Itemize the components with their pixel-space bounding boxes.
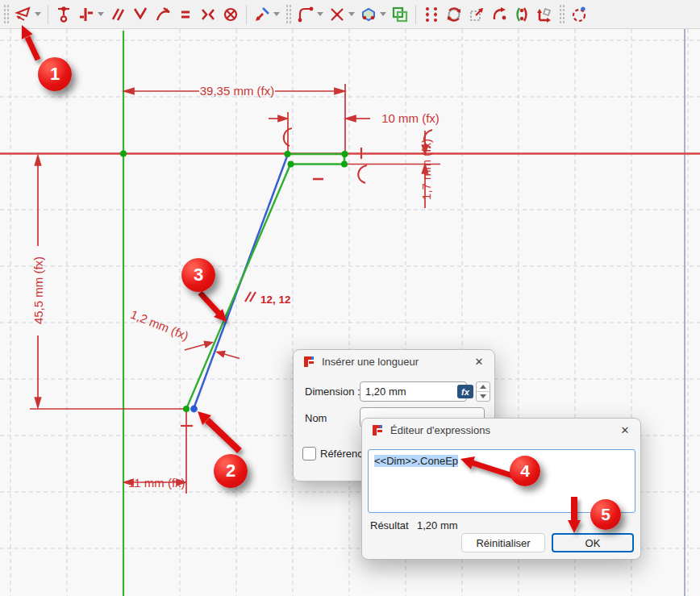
selected-endpoint[interactable]: [190, 406, 198, 413]
constraint-coincident-button[interactable]: [52, 3, 75, 26]
toggle-driving-constraint-button[interactable]: [251, 3, 273, 26]
toolbar-grip[interactable]: [285, 4, 291, 25]
constraint-perpendicular-button[interactable]: [129, 3, 152, 26]
constraint-equal-button[interactable]: [174, 3, 197, 26]
close-icon[interactable]: ✕: [472, 356, 486, 368]
freecad-logo-icon: [303, 356, 315, 368]
expression-editor-dialog: Éditeur d'expressions ✕ <<Dim>>.ConeEp R…: [361, 418, 641, 560]
toolbar-separator: [415, 5, 416, 24]
trim-button[interactable]: [326, 3, 348, 26]
parallel-constraint-ids[interactable]: 12, 12: [260, 294, 291, 306]
spinner-up-icon[interactable]: [477, 382, 490, 392]
dim-label-45-5[interactable]: 45,5 mm (fx): [31, 256, 45, 324]
callout-badge-1: 1: [38, 57, 72, 91]
external-geometry-button[interactable]: [357, 3, 380, 26]
constraint-block-button[interactable]: [219, 3, 242, 26]
expression-editor-titlebar[interactable]: Éditeur d'expressions ✕: [362, 419, 640, 441]
constraint-vertical-caret[interactable]: [98, 12, 104, 16]
dimension-value-text: 1,20 mm: [365, 386, 406, 398]
constraint-vertical-button[interactable]: [75, 3, 98, 26]
reference-checkbox[interactable]: [302, 447, 316, 461]
fillet-caret[interactable]: [317, 12, 323, 16]
expression-editor-title: Éditeur d'expressions: [390, 424, 618, 436]
insert-length-title: Insérer une longueur: [322, 356, 472, 368]
freecad-logo-icon: [372, 424, 384, 436]
scale-button[interactable]: [465, 3, 488, 26]
freecad-sketcher-window: 39,35 mm (fx) 10 mm (fx) 1,7 mm (fx) 45,…: [0, 0, 700, 596]
callout-badge-4: 4: [510, 456, 540, 486]
dim-label-1-2[interactable]: 1,2 mm (fx): [129, 307, 191, 343]
dimension-value-input[interactable]: 1,20 mm: [360, 381, 467, 402]
expression-selected-text: <<Dim>>.ConeEp: [374, 455, 458, 467]
rectangular-array-button[interactable]: [420, 3, 443, 26]
symmetry-button[interactable]: [510, 3, 533, 26]
callout-badge-3: 3: [181, 258, 215, 292]
trim-caret[interactable]: [348, 12, 355, 16]
constraint-symmetric-button[interactable]: [197, 3, 219, 26]
close-icon[interactable]: ✕: [618, 424, 632, 436]
constraint-tangent-button[interactable]: [152, 3, 174, 26]
dim-label-39-35[interactable]: 39,35 mm (fx): [200, 84, 275, 98]
toolbar-grip[interactable]: [3, 4, 9, 25]
dimension-spinner[interactable]: [476, 381, 490, 402]
toolbar-separator: [246, 5, 247, 24]
carbon-copy-button[interactable]: [389, 3, 411, 26]
bspline-tools-button[interactable]: [568, 3, 590, 26]
result-label: Résultat: [370, 519, 409, 531]
rotate-button[interactable]: [443, 3, 465, 26]
spinner-down-icon[interactable]: [477, 392, 490, 401]
reset-button[interactable]: Réinitialiser: [461, 533, 545, 552]
sketcher-toolbar: [0, 0, 700, 29]
toggle-driving-caret[interactable]: [273, 12, 280, 16]
external-geometry-caret[interactable]: [380, 12, 386, 16]
callout-badge-5: 5: [590, 499, 621, 530]
dim-label-11[interactable]: 11 mm (fx): [128, 476, 185, 490]
toolbar-separator: [48, 5, 48, 24]
polar-transform-button[interactable]: [488, 3, 510, 26]
insert-length-titlebar[interactable]: Insérer une longueur ✕: [294, 350, 494, 373]
ok-button[interactable]: OK: [552, 533, 634, 552]
dimension-tool-caret[interactable]: [35, 12, 41, 16]
callout-badge-2: 2: [214, 454, 248, 488]
dimension-tool-button[interactable]: [12, 3, 35, 26]
fx-expression-button[interactable]: fx: [457, 385, 473, 398]
move-button[interactable]: [533, 3, 556, 26]
dim-label-10[interactable]: 10 mm (fx): [381, 111, 440, 125]
constraint-parallel-button[interactable]: [106, 3, 129, 26]
fillet-button[interactable]: [294, 3, 317, 26]
name-label: Nom: [305, 412, 327, 424]
result-value: 1,20 mm: [417, 519, 458, 531]
dim-label-1-7[interactable]: 1,7 mm (fx): [419, 139, 433, 200]
toolbar-grip[interactable]: [559, 4, 565, 25]
dimension-label: Dimension :: [305, 386, 360, 398]
